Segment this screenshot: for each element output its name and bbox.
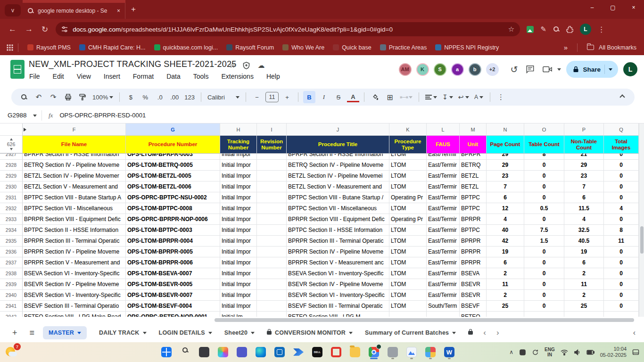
cell[interactable]: 6	[487, 257, 524, 268]
cell[interactable]: OPS-LTOM-BSEVR-0005	[126, 279, 220, 290]
hide-menus-chevron-icon[interactable]	[619, 94, 625, 99]
cell[interactable]: OPS-LTOM-BSEVR-0007	[126, 290, 220, 301]
tray-app-icon[interactable]	[519, 349, 526, 356]
cell[interactable]: BPTPC	[460, 225, 487, 236]
row-group-expand-icon[interactable]	[10, 148, 13, 152]
cell[interactable]: 11	[564, 279, 604, 290]
cell[interactable]: 0	[604, 192, 639, 203]
row-header[interactable]: 2934	[0, 225, 23, 236]
tab-search-button[interactable]: v	[5, 4, 21, 16]
share-caret-icon[interactable]	[609, 68, 612, 73]
row-header[interactable]: 2935	[0, 236, 23, 247]
sheet-tab-caret-icon[interactable]	[251, 332, 255, 336]
taskbar-app-dark-icon[interactable]	[198, 345, 210, 359]
vertical-align-select[interactable]: ↧	[441, 91, 454, 103]
sheet-tab-sheet20[interactable]: Sheet20	[224, 329, 255, 336]
cell[interactable]: Initial Impor	[220, 192, 257, 203]
cell[interactable]: Operating Pr	[389, 214, 427, 225]
row-header[interactable]: 2931	[0, 192, 23, 203]
cell[interactable]	[487, 312, 524, 317]
cell[interactable]: Initial Impor	[220, 181, 257, 192]
sheet-tab-caret-icon[interactable]	[208, 332, 212, 336]
cell[interactable]: BPTPC	[460, 203, 487, 214]
horizontal-scrollbar-thumb[interactable]	[215, 318, 634, 322]
cell[interactable]	[257, 257, 287, 268]
collaborator-avatar[interactable]: a	[451, 63, 464, 76]
font-size-input[interactable]: 11	[265, 92, 279, 102]
column-header-H[interactable]: H	[220, 123, 257, 136]
header-cell[interactable]: Total Images	[604, 136, 639, 153]
decrease-font-size-button[interactable]: −	[251, 91, 263, 103]
menu-view[interactable]: View	[77, 73, 91, 80]
taskbar-start-icon[interactable]	[160, 345, 173, 359]
cell[interactable]: BPRPR	[460, 154, 487, 160]
edit-pencil-icon[interactable]: ✎	[540, 25, 546, 33]
column-header-O[interactable]: O	[524, 123, 564, 136]
cell[interactable]: BSEVR	[460, 279, 487, 290]
cell[interactable]: Operating Pr	[389, 192, 427, 203]
row-header[interactable]: 2936	[0, 247, 23, 257]
add-sheet-icon[interactable]: +	[12, 328, 17, 338]
column-header-I[interactable]: I	[257, 123, 287, 136]
cell[interactable]: Initial Impor	[220, 290, 257, 301]
cell[interactable]: BSEVF	[460, 301, 487, 312]
cell[interactable]	[604, 312, 639, 317]
cell[interactable]: Initial Impor	[220, 247, 257, 257]
taskbar-search-icon[interactable]	[179, 345, 191, 359]
cell[interactable]: BETZL	[460, 171, 487, 181]
sheet-tab-caret-icon[interactable]	[349, 332, 353, 336]
forward-icon[interactable]: →	[25, 25, 33, 34]
cell[interactable]: 21	[564, 154, 604, 160]
strikethrough-button[interactable]: S	[332, 91, 345, 103]
taskbar-photos-icon[interactable]	[405, 345, 418, 359]
cell[interactable]: BPRPR Section II - HSSE Information	[287, 154, 389, 160]
extensions-puzzle-icon[interactable]	[566, 26, 573, 33]
cell[interactable]: 2	[564, 268, 604, 279]
volume-icon[interactable]	[574, 349, 581, 355]
column-header-M[interactable]: M	[460, 123, 487, 136]
side-panel-collapse-icon[interactable]: ‹	[633, 329, 636, 337]
paint-format-icon[interactable]	[76, 91, 89, 103]
corner-box[interactable]	[0, 123, 23, 136]
formula-input[interactable]: OPS-OPRC-BPRPR-ESD-0001	[59, 112, 146, 119]
cell[interactable]: BETZL Section IV - Pipeline Movemei	[287, 171, 389, 181]
cell[interactable]	[257, 203, 287, 214]
menu-help[interactable]: Help	[266, 73, 280, 80]
cell[interactable]: BPTPC Section VII - Miscellaneous	[23, 203, 126, 214]
taskbar-dell-icon[interactable]: DELL	[311, 345, 323, 359]
cell[interactable]: BETEQ Section VIII - LPG Make-Read	[23, 312, 126, 317]
cell[interactable]: BETZL	[460, 181, 487, 192]
notification-center-icon[interactable]	[632, 349, 639, 355]
browser-menu-icon[interactable]: ⋮	[598, 25, 605, 34]
column-header-N[interactable]: N	[487, 123, 524, 136]
sheet-tab-caret-icon[interactable]	[143, 332, 147, 336]
sheet-tab-daily-track[interactable]: DAILY TRACK	[99, 329, 147, 336]
sheets-logo-icon[interactable]	[10, 60, 25, 79]
cell[interactable]: Initial Impor	[220, 225, 257, 236]
new-tab-button[interactable]: +	[131, 5, 136, 14]
text-wrap-select[interactable]: ↩	[457, 91, 471, 103]
approvals-shield-icon[interactable]	[243, 62, 250, 69]
cell[interactable]: BSEVR Section IV - Pipeline Moveme	[23, 279, 126, 290]
cell[interactable]: East/Termir	[427, 181, 460, 192]
cell[interactable]: 25	[564, 301, 604, 312]
cell[interactable]	[257, 247, 287, 257]
sheet-tab-caret-icon[interactable]	[77, 332, 81, 336]
address-bar[interactable]: docs.google.com/spreadsheets/d/1HJJA6IvF…	[56, 22, 520, 36]
cell[interactable]: East/Termir	[427, 225, 460, 236]
cell[interactable]: BSEVA Section VI - Inventory-Specific	[23, 268, 126, 279]
text-color-button[interactable]: A	[347, 93, 359, 102]
name-box-caret-icon[interactable]	[33, 115, 37, 119]
menu-data[interactable]: Data	[166, 73, 181, 80]
cell[interactable]: Initial Impor	[220, 236, 257, 247]
cell[interactable]: 2	[487, 290, 524, 301]
taskbar-app-grey-icon[interactable]	[387, 345, 399, 359]
cell[interactable]: Initial Impor	[220, 203, 257, 214]
cell[interactable]	[257, 236, 287, 247]
header-cell[interactable]: Procedure Type	[389, 136, 427, 153]
cell[interactable]	[257, 225, 287, 236]
cell[interactable]: 6	[564, 257, 604, 268]
all-sheets-menu-icon[interactable]: ≡	[30, 328, 35, 338]
cell[interactable]: BPTPC Section II - HSSE Information	[287, 225, 389, 236]
cloud-saved-icon[interactable]: ☁	[257, 61, 264, 70]
